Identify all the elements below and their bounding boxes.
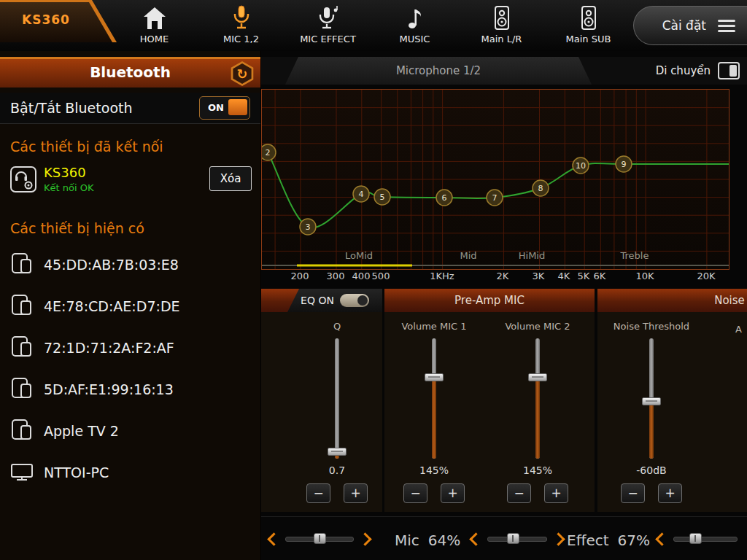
connected-device-row[interactable]: KS360 Kết nối OK Xóa	[0, 160, 260, 203]
slider-left-arrow[interactable]	[655, 532, 668, 545]
nav-main-sub[interactable]: Main SUB	[545, 0, 632, 51]
eq-band-point[interactable]: 6	[436, 190, 452, 206]
mic-volume-track[interactable]	[487, 537, 547, 542]
effect-volume-slider[interactable]	[657, 529, 747, 549]
volume-mic2-plus-button[interactable]: +	[544, 483, 568, 503]
toggle-knob	[228, 99, 247, 115]
preamp-panel-header: Pre-Amp MIC	[384, 289, 595, 312]
device-row[interactable]: 5D:AF:E1:99:16:13	[0, 368, 260, 410]
eq-band-point[interactable]: 10	[573, 158, 589, 174]
slider-right-arrow[interactable]	[551, 532, 565, 545]
eq-band-point[interactable]: 2	[262, 144, 276, 160]
noise-plus-button[interactable]: +	[658, 483, 682, 503]
volume-mic2-slider[interactable]	[535, 338, 540, 459]
band-label: HiMid	[519, 250, 545, 261]
nav-main-lr[interactable]: Main L/R	[458, 0, 545, 51]
eq-band-point[interactable]: 8	[533, 180, 549, 196]
mic-tabbar: Microphone 1/2 Di chuyển	[260, 57, 747, 85]
device-row[interactable]: 72:1D:71:2A:F2:AF	[0, 327, 260, 368]
device-tab-label: KS360	[22, 12, 70, 27]
eq-curve-chart[interactable]: 2345678109	[262, 90, 729, 269]
frequency-axis: 200 300 400 500 1KHz 2K 3K 4K 5K 6K 10K …	[261, 271, 728, 285]
nav-mic-12[interactable]: MIC 1,2	[198, 0, 285, 51]
tab-microphone-12[interactable]: Microphone 1/2	[285, 57, 592, 85]
phone-icon	[9, 334, 34, 362]
mic-volume-slider[interactable]	[471, 529, 563, 549]
q-slider[interactable]	[335, 338, 339, 459]
bluetooth-power-toggle[interactable]: ON	[199, 96, 250, 120]
slider-handle[interactable]	[507, 533, 519, 544]
slider-handle[interactable]	[328, 448, 347, 456]
slider-handle[interactable]	[425, 373, 444, 381]
slider-handle[interactable]	[689, 533, 702, 544]
q-minus-button[interactable]: −	[306, 483, 330, 503]
device-row[interactable]: 4E:78:CD:AE:D7:DE	[0, 285, 260, 327]
effect-value: 67%	[618, 532, 650, 549]
nav-mic-effect[interactable]: MIC EFFECT	[285, 0, 371, 51]
svg-text:8: 8	[538, 184, 543, 193]
eq-band-point[interactable]: 9	[616, 156, 632, 172]
freq-tick: 10K	[635, 271, 654, 281]
volume-mic1-plus-button[interactable]: +	[441, 483, 465, 503]
nav-main-lr-label: Main L/R	[481, 34, 522, 44]
mic-label: Mic	[395, 532, 419, 549]
q-plus-button[interactable]: +	[344, 483, 368, 503]
device-row[interactable]: NTTOI-PC	[0, 451, 260, 493]
svg-text:4: 4	[359, 190, 364, 199]
slider-right-arrow[interactable]	[742, 532, 747, 545]
svg-text:7: 7	[492, 193, 498, 203]
eq-band-point[interactable]: 7	[487, 190, 503, 206]
footer-slider-1[interactable]	[269, 529, 370, 549]
slider-handle[interactable]	[528, 373, 547, 381]
q-value: 0.7	[293, 464, 381, 476]
device-name: 5D:AF:E1:99:16:13	[44, 381, 174, 397]
device-row[interactable]: Apple TV 2	[0, 410, 260, 451]
freq-tick: 1KHz	[430, 271, 454, 281]
eq-band-point[interactable]: 5	[374, 189, 390, 205]
noise-threshold-slider[interactable]	[649, 338, 654, 459]
svg-text:5: 5	[380, 192, 385, 202]
noise-minus-button[interactable]: −	[621, 483, 645, 503]
freq-tick: 3K	[533, 271, 545, 281]
eq-band-point[interactable]: 3	[300, 219, 316, 235]
available-devices-list: 45:DD:AB:7B:03:E8 4E:78:CD:AE:D7:DE 72:1…	[0, 244, 260, 493]
volume-mic1-label: Volume MIC 1	[390, 321, 478, 332]
nav-music[interactable]: MUSIC	[371, 0, 458, 51]
device-row[interactable]: 45:DD:AB:7B:03:E8	[0, 244, 260, 285]
slider-left-arrow[interactable]	[469, 532, 482, 545]
device-name: 4E:78:CD:AE:D7:DE	[44, 298, 180, 314]
freq-tick: 400	[352, 271, 371, 281]
toggle-knob	[357, 295, 368, 306]
device-tab[interactable]: KS360	[0, 0, 117, 42]
footer-slider-1-track[interactable]	[285, 537, 354, 542]
svg-text:2: 2	[266, 148, 271, 158]
eq-on-toggle[interactable]: EQ ON	[287, 289, 382, 312]
volume-mic1-slider[interactable]	[432, 338, 436, 459]
slider-right-arrow[interactable]	[358, 532, 371, 545]
settings-button[interactable]: Cài đặt	[633, 6, 747, 45]
nav-main-sub-label: Main SUB	[566, 34, 611, 44]
slider-left-arrow[interactable]	[267, 532, 280, 545]
freq-tick: 6K	[594, 271, 606, 281]
move-button[interactable]: Di chuyển	[656, 61, 740, 81]
move-window-icon	[718, 62, 740, 79]
available-devices-header: Các thiết bị hiện có	[10, 220, 144, 236]
eq-band-point[interactable]: 4	[353, 186, 369, 202]
phone-icon	[9, 251, 34, 279]
effect-volume-track[interactable]	[673, 537, 738, 542]
svg-text:6: 6	[442, 193, 447, 203]
volume-mic1-minus-button[interactable]: −	[403, 483, 427, 503]
slider-handle[interactable]	[642, 397, 661, 405]
eq-toggle-switch[interactable]	[340, 294, 369, 307]
effect-volume-readout: Effect 67%	[567, 532, 650, 549]
nav-home[interactable]: HOME	[111, 0, 198, 51]
device-name: 72:1D:71:2A:F2:AF	[44, 340, 174, 356]
q-label: Q	[293, 321, 381, 332]
effect-label: Effect	[567, 532, 609, 549]
preamp-panel: Pre-Amp MIC Volume MIC 1 145% − + Volume…	[384, 289, 595, 512]
remove-device-button[interactable]: Xóa	[209, 166, 252, 191]
device-name: 45:DD:AB:7B:03:E8	[44, 257, 179, 273]
slider-handle[interactable]	[314, 533, 326, 544]
music-note-icon	[403, 4, 427, 33]
volume-mic2-minus-button[interactable]: −	[507, 483, 531, 503]
